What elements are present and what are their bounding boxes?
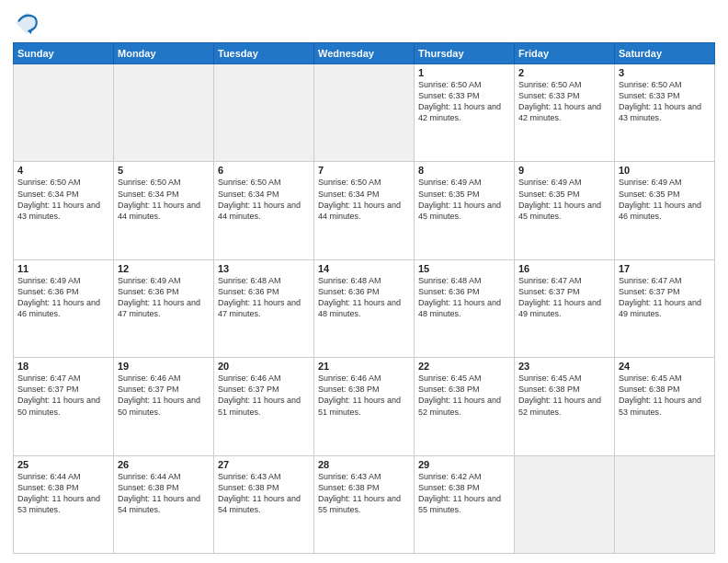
- calendar-cell: 29Sunrise: 6:42 AMSunset: 6:38 PMDayligh…: [415, 455, 515, 553]
- day-number: 27: [218, 459, 310, 470]
- calendar-cell: [114, 64, 214, 162]
- calendar-cell: 26Sunrise: 6:44 AMSunset: 6:38 PMDayligh…: [114, 455, 214, 553]
- day-info: Sunrise: 6:44 AMSunset: 6:38 PMDaylight:…: [17, 471, 109, 516]
- calendar-cell: 15Sunrise: 6:48 AMSunset: 6:36 PMDayligh…: [415, 259, 515, 357]
- calendar-cell: 11Sunrise: 6:49 AMSunset: 6:36 PMDayligh…: [14, 259, 114, 357]
- calendar-cell: 10Sunrise: 6:49 AMSunset: 6:35 PMDayligh…: [615, 162, 715, 259]
- calendar-cell: [314, 64, 415, 162]
- day-number: 7: [318, 165, 410, 176]
- calendar-week-3: 11Sunrise: 6:49 AMSunset: 6:36 PMDayligh…: [14, 259, 715, 357]
- day-info: Sunrise: 6:50 AMSunset: 6:33 PMDaylight:…: [619, 79, 711, 124]
- calendar-cell: [615, 455, 715, 553]
- day-number: 8: [418, 165, 510, 176]
- day-number: 19: [118, 361, 210, 372]
- day-info: Sunrise: 6:47 AMSunset: 6:37 PMDaylight:…: [619, 275, 711, 320]
- day-info: Sunrise: 6:47 AMSunset: 6:37 PMDaylight:…: [17, 373, 109, 418]
- calendar-table: SundayMondayTuesdayWednesdayThursdayFrid…: [13, 42, 715, 554]
- day-number: 3: [619, 67, 711, 78]
- calendar-cell: 8Sunrise: 6:49 AMSunset: 6:35 PMDaylight…: [415, 162, 515, 259]
- day-info: Sunrise: 6:50 AMSunset: 6:33 PMDaylight:…: [518, 79, 610, 124]
- logo: [13, 9, 44, 37]
- calendar-cell: 13Sunrise: 6:48 AMSunset: 6:36 PMDayligh…: [214, 259, 314, 357]
- calendar-header-wednesday: Wednesday: [314, 43, 415, 64]
- calendar-header-tuesday: Tuesday: [214, 43, 314, 64]
- day-info: Sunrise: 6:50 AMSunset: 6:34 PMDaylight:…: [17, 177, 109, 222]
- calendar-header-monday: Monday: [114, 43, 214, 64]
- calendar-cell: 5Sunrise: 6:50 AMSunset: 6:34 PMDaylight…: [114, 162, 214, 259]
- day-number: 20: [218, 361, 310, 372]
- calendar-cell: 25Sunrise: 6:44 AMSunset: 6:38 PMDayligh…: [14, 455, 114, 553]
- calendar-cell: 23Sunrise: 6:45 AMSunset: 6:38 PMDayligh…: [515, 358, 615, 455]
- day-number: 23: [518, 361, 610, 372]
- calendar-cell: 19Sunrise: 6:46 AMSunset: 6:37 PMDayligh…: [114, 358, 214, 455]
- calendar-week-5: 25Sunrise: 6:44 AMSunset: 6:38 PMDayligh…: [14, 455, 715, 553]
- header: [13, 9, 715, 37]
- day-info: Sunrise: 6:49 AMSunset: 6:35 PMDaylight:…: [619, 177, 711, 222]
- day-number: 26: [118, 459, 210, 470]
- day-info: Sunrise: 6:44 AMSunset: 6:38 PMDaylight:…: [118, 471, 210, 516]
- day-number: 15: [418, 263, 510, 274]
- calendar-cell: 22Sunrise: 6:45 AMSunset: 6:38 PMDayligh…: [415, 358, 515, 455]
- calendar-cell: 7Sunrise: 6:50 AMSunset: 6:34 PMDaylight…: [314, 162, 415, 259]
- day-number: 28: [318, 459, 410, 470]
- calendar-header-thursday: Thursday: [415, 43, 515, 64]
- day-info: Sunrise: 6:50 AMSunset: 6:33 PMDaylight:…: [418, 79, 510, 124]
- day-info: Sunrise: 6:43 AMSunset: 6:38 PMDaylight:…: [218, 471, 310, 516]
- calendar-cell: 4Sunrise: 6:50 AMSunset: 6:34 PMDaylight…: [14, 162, 114, 259]
- calendar-cell: 24Sunrise: 6:45 AMSunset: 6:38 PMDayligh…: [615, 358, 715, 455]
- calendar-header-saturday: Saturday: [615, 43, 715, 64]
- day-info: Sunrise: 6:49 AMSunset: 6:35 PMDaylight:…: [518, 177, 610, 222]
- day-info: Sunrise: 6:48 AMSunset: 6:36 PMDaylight:…: [418, 275, 510, 320]
- calendar-header-friday: Friday: [515, 43, 615, 64]
- day-number: 21: [318, 361, 410, 372]
- calendar-cell: 3Sunrise: 6:50 AMSunset: 6:33 PMDaylight…: [615, 64, 715, 162]
- calendar-cell: 27Sunrise: 6:43 AMSunset: 6:38 PMDayligh…: [214, 455, 314, 553]
- day-number: 29: [418, 459, 510, 470]
- day-info: Sunrise: 6:49 AMSunset: 6:36 PMDaylight:…: [118, 275, 210, 320]
- day-info: Sunrise: 6:45 AMSunset: 6:38 PMDaylight:…: [518, 373, 610, 418]
- calendar-cell: 18Sunrise: 6:47 AMSunset: 6:37 PMDayligh…: [14, 358, 114, 455]
- day-number: 18: [17, 361, 109, 372]
- calendar-cell: 21Sunrise: 6:46 AMSunset: 6:38 PMDayligh…: [314, 358, 415, 455]
- calendar-cell: [515, 455, 615, 553]
- day-number: 11: [17, 263, 109, 274]
- calendar-cell: 2Sunrise: 6:50 AMSunset: 6:33 PMDaylight…: [515, 64, 615, 162]
- day-number: 1: [418, 67, 510, 78]
- calendar-cell: 1Sunrise: 6:50 AMSunset: 6:33 PMDaylight…: [415, 64, 515, 162]
- day-info: Sunrise: 6:50 AMSunset: 6:34 PMDaylight:…: [318, 177, 410, 222]
- day-number: 16: [518, 263, 610, 274]
- day-number: 4: [17, 165, 109, 176]
- calendar-cell: 12Sunrise: 6:49 AMSunset: 6:36 PMDayligh…: [114, 259, 214, 357]
- calendar-week-4: 18Sunrise: 6:47 AMSunset: 6:37 PMDayligh…: [14, 358, 715, 455]
- day-number: 14: [318, 263, 410, 274]
- day-info: Sunrise: 6:46 AMSunset: 6:37 PMDaylight:…: [218, 373, 310, 418]
- day-info: Sunrise: 6:45 AMSunset: 6:38 PMDaylight:…: [418, 373, 510, 418]
- day-info: Sunrise: 6:48 AMSunset: 6:36 PMDaylight:…: [318, 275, 410, 320]
- day-number: 12: [118, 263, 210, 274]
- day-number: 13: [218, 263, 310, 274]
- day-info: Sunrise: 6:48 AMSunset: 6:36 PMDaylight:…: [218, 275, 310, 320]
- day-info: Sunrise: 6:42 AMSunset: 6:38 PMDaylight:…: [418, 471, 510, 516]
- day-number: 22: [418, 361, 510, 372]
- day-info: Sunrise: 6:47 AMSunset: 6:37 PMDaylight:…: [518, 275, 610, 320]
- calendar-cell: 6Sunrise: 6:50 AMSunset: 6:34 PMDaylight…: [214, 162, 314, 259]
- calendar-cell: 20Sunrise: 6:46 AMSunset: 6:37 PMDayligh…: [214, 358, 314, 455]
- calendar-cell: 17Sunrise: 6:47 AMSunset: 6:37 PMDayligh…: [615, 259, 715, 357]
- day-number: 24: [619, 361, 711, 372]
- day-info: Sunrise: 6:50 AMSunset: 6:34 PMDaylight:…: [218, 177, 310, 222]
- day-info: Sunrise: 6:49 AMSunset: 6:35 PMDaylight:…: [418, 177, 510, 222]
- calendar-cell: [14, 64, 114, 162]
- day-number: 2: [518, 67, 610, 78]
- calendar-week-1: 1Sunrise: 6:50 AMSunset: 6:33 PMDaylight…: [14, 64, 715, 162]
- day-info: Sunrise: 6:46 AMSunset: 6:38 PMDaylight:…: [318, 373, 410, 418]
- calendar-week-2: 4Sunrise: 6:50 AMSunset: 6:34 PMDaylight…: [14, 162, 715, 259]
- calendar-cell: 16Sunrise: 6:47 AMSunset: 6:37 PMDayligh…: [515, 259, 615, 357]
- day-info: Sunrise: 6:45 AMSunset: 6:38 PMDaylight:…: [619, 373, 711, 418]
- calendar-header-sunday: Sunday: [14, 43, 114, 64]
- page: SundayMondayTuesdayWednesdayThursdayFrid…: [0, 0, 728, 563]
- logo-icon: [13, 9, 40, 37]
- calendar-cell: 9Sunrise: 6:49 AMSunset: 6:35 PMDaylight…: [515, 162, 615, 259]
- calendar-header-row: SundayMondayTuesdayWednesdayThursdayFrid…: [14, 43, 715, 64]
- calendar-cell: 14Sunrise: 6:48 AMSunset: 6:36 PMDayligh…: [314, 259, 415, 357]
- day-number: 10: [619, 165, 711, 176]
